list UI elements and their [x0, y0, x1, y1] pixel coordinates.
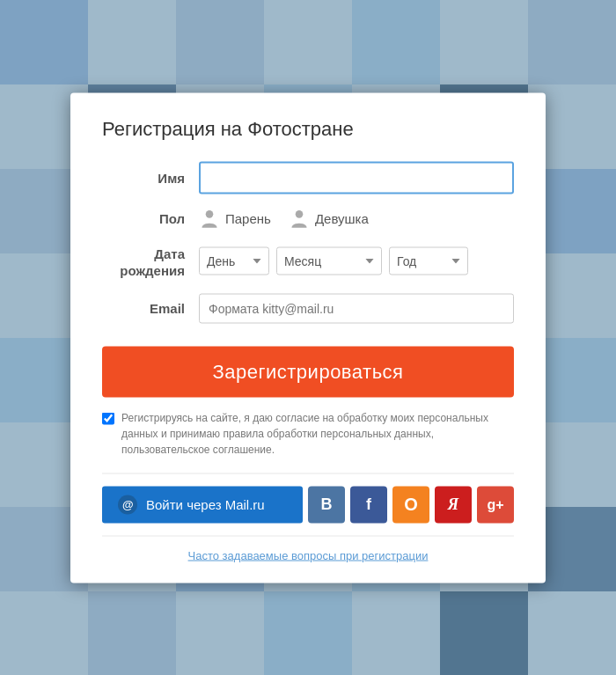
page-title: Регистрация на Фотостране — [102, 117, 514, 140]
faq-section: Часто задаваемые вопросы при регистрации — [102, 548, 514, 561]
email-input[interactable] — [199, 293, 514, 323]
name-label: Имя — [102, 170, 199, 185]
ok-icon: O — [404, 495, 418, 515]
day-select[interactable]: День // populate days 123456789101112131… — [199, 247, 269, 275]
male-label: Парень — [225, 211, 271, 226]
social-login-row: @ Войти через Mail.ru B f O Я g+ — [102, 486, 514, 523]
vk-icon: B — [321, 495, 333, 514]
female-label: Девушка — [315, 211, 369, 226]
bottom-divider — [102, 535, 514, 536]
facebook-login-button[interactable]: f — [350, 486, 387, 523]
yandex-icon: Я — [448, 495, 458, 514]
gender-male-option[interactable]: Парень — [199, 208, 271, 229]
year-select[interactable]: Год 201520142013201220112010200920082007… — [389, 247, 468, 275]
consent-row: Регистрируясь на сайте, я даю согласие н… — [102, 409, 514, 457]
female-person-icon — [289, 208, 310, 229]
name-input[interactable] — [199, 161, 514, 194]
male-person-icon — [199, 208, 220, 229]
gender-options: Парень Девушка — [199, 208, 369, 229]
birthdate-row: Дата рождения День // populate days 1234… — [102, 243, 514, 279]
gender-label: Пол — [102, 211, 199, 226]
divider — [102, 473, 514, 473]
register-button[interactable]: Зарегистрироваться — [102, 346, 514, 397]
month-select[interactable]: Месяц ЯнварьФевральМарт АпрельМайИюнь Ию… — [276, 247, 382, 275]
gender-row: Пол Парень Девушка — [102, 208, 514, 229]
googleplus-login-button[interactable]: g+ — [477, 486, 514, 523]
email-label: Email — [102, 301, 199, 316]
email-row: Email — [102, 293, 514, 323]
vk-login-button[interactable]: B — [308, 486, 345, 523]
svg-point-0 — [206, 210, 214, 218]
mailru-button-label: Войти через Mail.ru — [146, 497, 265, 512]
mailru-icon: @ — [118, 495, 137, 514]
mailru-login-button[interactable]: @ Войти через Mail.ru — [102, 486, 303, 523]
birthdate-selects: День // populate days 123456789101112131… — [199, 247, 468, 275]
faq-link[interactable]: Часто задаваемые вопросы при регистрации — [188, 548, 429, 561]
consent-checkbox[interactable] — [102, 412, 114, 424]
yandex-login-button[interactable]: Я — [435, 486, 472, 523]
facebook-icon: f — [366, 495, 371, 514]
googleplus-icon: g+ — [487, 496, 503, 512]
birthdate-label: Дата рождения — [102, 243, 199, 279]
odnoklassniki-login-button[interactable]: O — [392, 486, 429, 523]
name-row: Имя — [102, 161, 514, 194]
svg-point-1 — [296, 210, 304, 218]
gender-female-option[interactable]: Девушка — [289, 208, 369, 229]
consent-text: Регистрируясь на сайте, я даю согласие н… — [121, 409, 514, 457]
registration-card: Регистрация на Фотостране Имя Пол Парень… — [70, 92, 546, 583]
